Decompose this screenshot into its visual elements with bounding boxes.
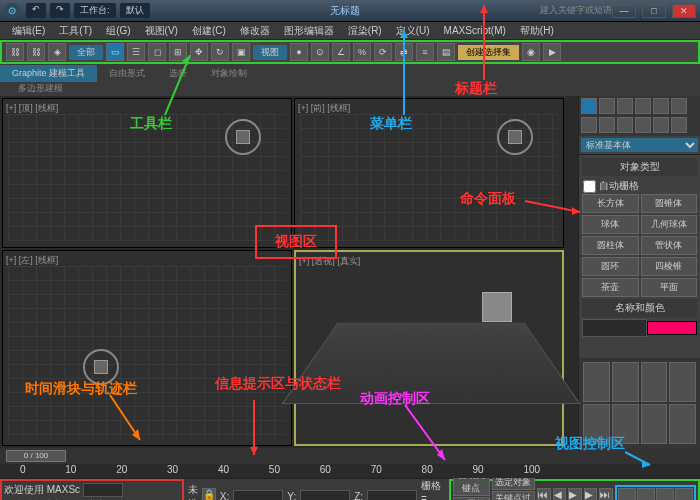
rotate-icon[interactable]: ↻ xyxy=(211,43,229,61)
btn-cylinder[interactable]: 圆柱体 xyxy=(582,236,639,255)
nav-btn[interactable] xyxy=(612,404,639,444)
spinner-snap-icon[interactable]: ⟳ xyxy=(374,43,392,61)
menu-render[interactable]: 渲染(R) xyxy=(342,24,388,38)
viewport-front[interactable]: [+] [前] [线框] xyxy=(294,98,564,248)
menu-custom[interactable]: 定义(U) xyxy=(390,24,436,38)
viewcube-icon[interactable] xyxy=(482,292,512,322)
modify-tab-icon[interactable] xyxy=(599,98,615,114)
snap-icon[interactable]: ⊙ xyxy=(311,43,329,61)
menu-grapheditor[interactable]: 图形编辑器 xyxy=(278,24,340,38)
viewport-top[interactable]: [+] [顶] [线框] xyxy=(2,98,292,248)
utilities-tab-icon[interactable] xyxy=(671,98,687,114)
cat-camera-icon[interactable] xyxy=(635,117,651,133)
menu-group[interactable]: 组(G) xyxy=(100,24,136,38)
select-name-icon[interactable]: ☰ xyxy=(127,43,145,61)
btn-box[interactable]: 长方体 xyxy=(582,194,639,213)
lock-icon[interactable]: 🔒 xyxy=(202,488,216,501)
viewcube-icon[interactable] xyxy=(497,119,533,155)
angle-snap-icon[interactable]: ∠ xyxy=(332,43,350,61)
btn-teapot[interactable]: 茶壶 xyxy=(582,278,639,297)
create-tab-icon[interactable] xyxy=(581,98,597,114)
cat-light-icon[interactable] xyxy=(617,117,633,133)
undo-chip[interactable]: ↶ xyxy=(26,3,46,18)
maxscript-input[interactable] xyxy=(83,483,123,497)
object-name-input[interactable] xyxy=(582,319,647,337)
pan-icon[interactable] xyxy=(637,488,655,501)
nav-btn[interactable] xyxy=(641,362,668,402)
pivot-icon[interactable]: ● xyxy=(290,43,308,61)
nav-btn[interactable] xyxy=(641,404,668,444)
viewcube-icon[interactable] xyxy=(83,349,119,385)
zoom-icon[interactable] xyxy=(618,488,636,501)
cat-space-icon[interactable] xyxy=(671,117,687,133)
render-icon[interactable]: ▶ xyxy=(543,43,561,61)
viewcube-icon[interactable] xyxy=(225,119,261,155)
menu-tools[interactable]: 工具(T) xyxy=(53,24,98,38)
nav-btn[interactable] xyxy=(669,362,696,402)
btn-plane[interactable]: 平面 xyxy=(641,278,698,297)
x-input[interactable] xyxy=(233,490,283,501)
menu-edit[interactable]: 编辑(E) xyxy=(6,24,51,38)
link-icon[interactable]: ⛓ xyxy=(6,43,24,61)
tick: 0 xyxy=(20,464,26,478)
y-input[interactable] xyxy=(300,490,350,501)
selection-filter-dropdown[interactable]: 全部 xyxy=(69,45,103,60)
keyfilter-button[interactable]: 关键点过滤器 xyxy=(492,491,536,501)
ribbon-tab-graphite[interactable]: Graphite 建模工具 xyxy=(0,65,97,82)
btn-pyramid[interactable]: 四棱锥 xyxy=(641,257,698,276)
refcoord-dropdown[interactable]: 视图 xyxy=(253,45,287,60)
track-bar[interactable]: 0102030405060708090100 xyxy=(0,464,700,478)
maximize-vp-icon[interactable] xyxy=(675,488,693,501)
goto-start-icon[interactable]: ⏮ xyxy=(537,488,551,501)
display-tab-icon[interactable] xyxy=(653,98,669,114)
viewport-label-persp[interactable]: [+] [透视] [真实] xyxy=(299,255,360,268)
time-slider-handle[interactable]: 0 / 100 xyxy=(6,450,66,462)
scale-icon[interactable]: ▣ xyxy=(232,43,250,61)
layers-icon[interactable]: ▤ xyxy=(437,43,455,61)
workspace-dropdown[interactable]: 默认 xyxy=(120,3,150,18)
cat-geom-icon[interactable] xyxy=(581,117,597,133)
ribbon-sub-poly[interactable]: 多边形建模 xyxy=(6,81,75,95)
nav-btn[interactable] xyxy=(583,404,610,444)
unlink-icon[interactable]: ⛓ xyxy=(27,43,45,61)
menu-modifiers[interactable]: 修改器 xyxy=(234,24,276,38)
maximize-button[interactable]: □ xyxy=(642,4,666,18)
percent-snap-icon[interactable]: % xyxy=(353,43,371,61)
cat-helper-icon[interactable] xyxy=(653,117,669,133)
align-icon[interactable]: ≡ xyxy=(416,43,434,61)
z-input[interactable] xyxy=(367,490,417,501)
menu-help[interactable]: 帮助(H) xyxy=(514,24,560,38)
btn-cone[interactable]: 圆锥体 xyxy=(641,194,698,213)
prev-frame-icon[interactable]: ◀ xyxy=(553,488,567,501)
btn-tube[interactable]: 管状体 xyxy=(641,236,698,255)
nav-btn[interactable] xyxy=(583,362,610,402)
orbit-icon[interactable] xyxy=(656,488,674,501)
named-selset-dropdown[interactable]: 创建选择集 xyxy=(458,45,519,60)
time-slider[interactable]: 0 / 100 xyxy=(0,448,700,464)
select-icon[interactable]: ▭ xyxy=(106,43,124,61)
ribbon-tab-freeform[interactable]: 自由形式 xyxy=(97,65,157,82)
hierarchy-tab-icon[interactable] xyxy=(617,98,633,114)
nav-btn[interactable] xyxy=(612,362,639,402)
autogrid-checkbox[interactable] xyxy=(583,180,596,193)
btn-geosphere[interactable]: 几何球体 xyxy=(641,215,698,234)
btn-sphere[interactable]: 球体 xyxy=(582,215,639,234)
play-icon[interactable]: ▶ xyxy=(568,488,582,501)
material-icon[interactable]: ◉ xyxy=(522,43,540,61)
goto-end-icon[interactable]: ⏭ xyxy=(599,488,613,501)
minimize-button[interactable]: — xyxy=(612,4,636,18)
color-swatch[interactable] xyxy=(647,321,697,335)
nav-btn[interactable] xyxy=(669,404,696,444)
next-frame-icon[interactable]: ▶ xyxy=(584,488,598,501)
cat-shape-icon[interactable] xyxy=(599,117,615,133)
menu-maxscript[interactable]: MAXScript(M) xyxy=(438,25,512,36)
close-button[interactable]: ✕ xyxy=(672,4,696,18)
primitive-dropdown[interactable]: 标准基本体 xyxy=(581,138,698,152)
ribbon-tab-objpaint[interactable]: 对象绘制 xyxy=(199,65,259,82)
redo-chip[interactable]: ↷ xyxy=(50,3,70,18)
btn-torus[interactable]: 圆环 xyxy=(582,257,639,276)
motion-tab-icon[interactable] xyxy=(635,98,651,114)
bind-icon[interactable]: ◈ xyxy=(48,43,66,61)
menu-create[interactable]: 创建(C) xyxy=(186,24,232,38)
menu-view[interactable]: 视图(V) xyxy=(139,24,184,38)
